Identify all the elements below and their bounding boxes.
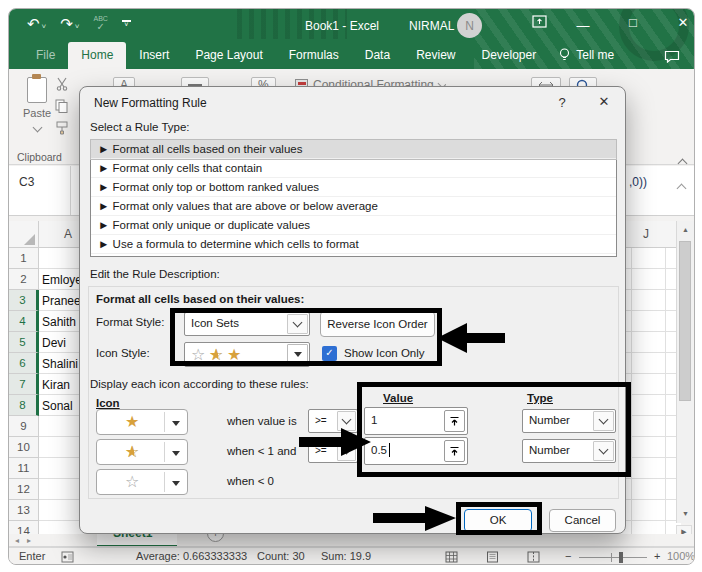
rule-type-item[interactable]: ► Format only unique or duplicate values bbox=[91, 216, 616, 235]
zoom-slider-notch bbox=[611, 553, 612, 562]
avatar[interactable]: N bbox=[457, 13, 482, 38]
customize-qat-button[interactable]: ˅ bbox=[122, 20, 131, 27]
row-header[interactable]: 2 bbox=[9, 269, 39, 290]
status-bar: Enter Average: 0.663333333 Count: 30 Sum… bbox=[9, 547, 694, 565]
select-rule-type-label: Select a Rule Type: bbox=[90, 121, 190, 133]
column-header-j[interactable]: J bbox=[643, 227, 649, 241]
cell-mode-indicator: Enter bbox=[19, 550, 45, 562]
close-button[interactable]: ✕ bbox=[671, 15, 694, 30]
copy-icon[interactable] bbox=[55, 99, 71, 115]
status-count[interactable]: Count: 30 bbox=[257, 550, 305, 562]
zoom-slider[interactable] bbox=[579, 557, 647, 558]
column-header-a[interactable]: A bbox=[64, 227, 72, 241]
icon-dropdown-row2[interactable]: ☆★ bbox=[96, 439, 188, 465]
scroll-down-button[interactable]: ▼ bbox=[677, 505, 694, 522]
dialog-close-button[interactable]: ✕ bbox=[592, 94, 616, 109]
formula-bar-expand-icon[interactable] bbox=[678, 178, 685, 196]
row-header[interactable]: 1 bbox=[9, 248, 39, 269]
tab-home[interactable]: Home bbox=[68, 42, 126, 69]
rule-type-item[interactable]: ► Format only values that are above or b… bbox=[91, 197, 616, 216]
zoom-out-button[interactable]: − bbox=[565, 550, 571, 562]
chevron-down-icon: ˅ bbox=[42, 23, 47, 31]
icon-style-label: Icon Style: bbox=[96, 347, 150, 359]
display-rules-label: Display each icon according to these rul… bbox=[90, 378, 309, 390]
add-sheet-button[interactable]: + bbox=[207, 534, 224, 542]
row-header[interactable]: 5 bbox=[9, 332, 39, 353]
tab-insert[interactable]: Insert bbox=[126, 42, 182, 69]
zoom-level[interactable]: 100% bbox=[667, 550, 695, 562]
condition-row2: when < 1 and bbox=[227, 445, 296, 457]
row-header[interactable]: 10 bbox=[9, 437, 39, 458]
row-header[interactable]: 9 bbox=[9, 416, 39, 437]
spelling-icon[interactable]: ABC✓ bbox=[94, 15, 108, 32]
comment-icon[interactable] bbox=[664, 49, 680, 67]
cancel-button[interactable]: Cancel bbox=[549, 509, 616, 532]
macro-record-icon[interactable] bbox=[61, 551, 74, 565]
annotation-arrow-ok bbox=[373, 506, 456, 531]
formula-text-fragment[interactable]: ,0)) bbox=[629, 175, 647, 189]
icon-column-header: Icon bbox=[96, 397, 120, 409]
icon-dropdown-row1[interactable]: ★ bbox=[96, 409, 188, 435]
row-header[interactable]: 4 bbox=[9, 311, 39, 332]
tab-formulas[interactable]: Formulas bbox=[276, 42, 352, 69]
row-header[interactable]: 12 bbox=[9, 479, 39, 500]
tab-page-layout[interactable]: Page Layout bbox=[182, 42, 275, 69]
user-name[interactable]: NIRMAL bbox=[409, 19, 454, 33]
row-header[interactable]: 7 bbox=[9, 374, 39, 395]
status-average[interactable]: Average: 0.663333333 bbox=[136, 550, 247, 562]
row-header[interactable]: 13 bbox=[9, 500, 39, 521]
cut-icon[interactable] bbox=[55, 77, 71, 93]
tab-review[interactable]: Review bbox=[403, 42, 468, 69]
rule-type-item[interactable]: ► Format only top or bottom ranked value… bbox=[91, 178, 616, 197]
scroll-thumb[interactable] bbox=[679, 241, 691, 401]
title-bar: ↶˅ ↷˅ ABC✓ ˅ Book1 - Excel NIRMAL N — □ … bbox=[9, 9, 694, 69]
icon-dropdown-row3[interactable]: ☆ bbox=[96, 469, 188, 495]
minimize-button[interactable]: — bbox=[571, 18, 595, 33]
edit-description-label: Edit the Rule Description: bbox=[90, 268, 220, 280]
zoom-in-button[interactable]: + bbox=[654, 550, 660, 562]
row-header[interactable]: 6 bbox=[9, 353, 39, 374]
tab-data[interactable]: Data bbox=[352, 42, 403, 69]
tab-file[interactable]: File bbox=[23, 42, 68, 69]
sheet-nav-icons[interactable]: ◂▸ bbox=[15, 536, 39, 545]
tell-me-label: Tell me bbox=[576, 48, 614, 62]
page-break-view-icon[interactable] bbox=[527, 551, 540, 565]
annotation-rect-ok bbox=[456, 502, 542, 535]
excel-window: ↶˅ ↷˅ ABC✓ ˅ Book1 - Excel NIRMAL N — □ … bbox=[8, 8, 695, 565]
rule-type-item[interactable]: ► Format only cells that contain bbox=[91, 159, 616, 178]
chevron-down-icon: ˅ bbox=[75, 23, 80, 31]
lightbulb-icon bbox=[559, 48, 570, 62]
row-header[interactable]: 3 bbox=[9, 290, 39, 311]
redo-button[interactable]: ↷˅ bbox=[60, 16, 79, 31]
maximize-button[interactable]: □ bbox=[621, 15, 645, 30]
rule-type-item[interactable]: ► Use a formula to determine which cells… bbox=[91, 235, 616, 254]
clipboard-group-label: Clipboard bbox=[17, 151, 77, 163]
status-sum[interactable]: Sum: 19.9 bbox=[321, 550, 371, 562]
rule-type-item[interactable]: ► Format all cells based on their values bbox=[91, 140, 616, 159]
rule-type-listbox: ► Format all cells based on their values… bbox=[90, 139, 617, 257]
star-half-icon: ☆★ bbox=[125, 444, 143, 460]
row-header[interactable]: 11 bbox=[9, 458, 39, 479]
undo-button[interactable]: ↶˅ bbox=[27, 16, 46, 31]
sheet-tab-label: Sheet1 bbox=[113, 534, 152, 540]
quick-access-toolbar: ↶˅ ↷˅ ABC✓ ˅ bbox=[27, 15, 131, 32]
normal-view-icon[interactable] bbox=[445, 551, 458, 565]
select-all-button[interactable] bbox=[9, 221, 39, 248]
format-painter-icon[interactable] bbox=[55, 121, 71, 137]
ribbon-display-options-button[interactable] bbox=[527, 15, 551, 31]
dropdown-arrow-icon bbox=[172, 451, 180, 456]
annotation-rect-value-type bbox=[357, 382, 631, 477]
clipboard-icon bbox=[27, 77, 47, 103]
page-layout-view-icon[interactable] bbox=[486, 551, 499, 565]
name-box[interactable]: C3 bbox=[9, 166, 71, 215]
vertical-scrollbar[interactable]: ▲ ▼ bbox=[676, 221, 693, 523]
paste-button[interactable]: Paste bbox=[19, 75, 55, 153]
tell-me-box[interactable]: Tell me bbox=[549, 42, 624, 69]
sheet-tab-sheet1[interactable]: Sheet1 bbox=[97, 534, 177, 547]
tab-developer[interactable]: Developer bbox=[469, 42, 550, 69]
scroll-up-button[interactable]: ▲ bbox=[677, 221, 694, 238]
operator-value: >= bbox=[315, 415, 327, 426]
row-header[interactable]: 8 bbox=[9, 395, 39, 416]
zoom-slider-thumb[interactable] bbox=[619, 552, 623, 563]
dialog-help-button[interactable]: ? bbox=[552, 95, 572, 110]
